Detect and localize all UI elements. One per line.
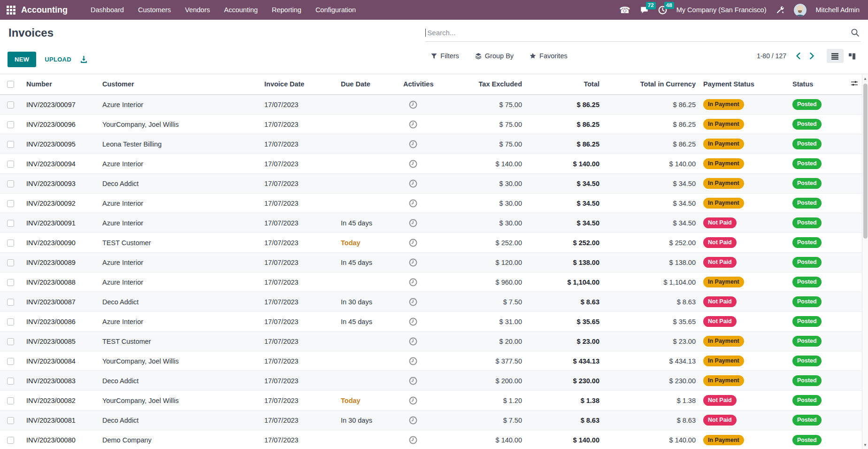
activity-clock-icon[interactable]	[409, 120, 417, 129]
apps-grid-icon[interactable]	[7, 6, 15, 15]
column-header-payment-status[interactable]: Payment Status	[699, 74, 789, 95]
menu-reporting-4[interactable]: Reporting	[265, 0, 308, 20]
tax-excluded-amount: $ 7.50	[439, 292, 526, 312]
activity-clock-icon[interactable]	[409, 416, 417, 425]
user-menu[interactable]: Mitchell Admin	[816, 6, 860, 14]
activity-clock-icon[interactable]	[409, 160, 417, 168]
menu-configuration-5[interactable]: Configuration	[308, 0, 363, 20]
table-row[interactable]: INV/2023/00083Deco Addict17/07/2023 $ 20…	[0, 371, 862, 391]
table-row[interactable]: INV/2023/00085TEST Customer17/07/2023 $ …	[0, 332, 862, 351]
activity-clock-icon[interactable]	[409, 377, 417, 385]
pager-previous-button[interactable]	[793, 52, 804, 60]
row-checkbox[interactable]	[7, 338, 14, 345]
activity-clock-icon[interactable]	[409, 140, 417, 148]
row-checkbox[interactable]	[7, 318, 14, 325]
row-checkbox[interactable]	[7, 259, 14, 266]
menu-vendors-2[interactable]: Vendors	[178, 0, 217, 20]
activity-clock-icon[interactable]	[409, 436, 417, 444]
activity-clock-icon[interactable]	[409, 239, 417, 247]
table-row[interactable]: INV/2023/00090TEST Customer17/07/2023Tod…	[0, 233, 862, 253]
activities-clock-icon[interactable]: 48	[658, 6, 667, 15]
row-checkbox[interactable]	[7, 161, 14, 168]
activity-clock-icon[interactable]	[409, 357, 417, 365]
row-checkbox[interactable]	[7, 180, 14, 187]
row-checkbox[interactable]	[7, 378, 14, 385]
column-header-tax-excluded[interactable]: Tax Excluded	[439, 74, 526, 95]
row-checkbox[interactable]	[7, 121, 14, 128]
activity-clock-icon[interactable]	[409, 101, 417, 109]
table-row[interactable]: INV/2023/00081Deco Addict17/07/2023In 30…	[0, 410, 862, 430]
upload-button[interactable]: UPLOAD	[45, 56, 71, 63]
column-header-number[interactable]: Number	[23, 74, 99, 95]
row-checkbox[interactable]	[7, 358, 14, 365]
row-checkbox[interactable]	[7, 141, 14, 148]
table-row[interactable]: INV/2023/00080Demo Company17/07/2023 $ 1…	[0, 430, 862, 449]
scroll-down-arrow[interactable]: ▼	[862, 441, 868, 448]
table-row[interactable]: INV/2023/00087Deco Addict17/07/2023In 30…	[0, 292, 862, 312]
filters-button[interactable]: Filters	[431, 52, 459, 60]
column-header-activities[interactable]: Activities	[401, 74, 439, 95]
column-header-total[interactable]: Total	[526, 74, 603, 95]
column-header-total-in-currency[interactable]: Total in Currency	[603, 74, 699, 95]
scrollbar-thumb[interactable]	[863, 84, 868, 239]
optional-columns-icon[interactable]	[851, 80, 858, 87]
select-all-checkbox[interactable]	[7, 81, 14, 88]
download-icon[interactable]	[80, 55, 88, 63]
favorites-button[interactable]: Favorites	[530, 52, 568, 60]
table-row[interactable]: INV/2023/00086Azure Interior17/07/2023In…	[0, 312, 862, 332]
table-row[interactable]: INV/2023/00089Azure Interior17/07/2023In…	[0, 253, 862, 272]
table-row[interactable]: INV/2023/00097Azure Interior17/07/2023 $…	[0, 95, 862, 115]
avatar[interactable]	[794, 4, 807, 16]
activity-clock-icon[interactable]	[409, 337, 417, 346]
column-header-status[interactable]: Status	[789, 74, 838, 95]
tools-icon[interactable]	[776, 6, 784, 14]
table-row[interactable]: INV/2023/00088Azure Interior17/07/2023 $…	[0, 272, 862, 292]
list-view-button[interactable]	[827, 49, 844, 63]
activity-clock-icon[interactable]	[409, 317, 417, 326]
table-row[interactable]: INV/2023/00091Azure Interior17/07/2023In…	[0, 213, 862, 233]
search-input[interactable]	[426, 28, 851, 37]
row-checkbox[interactable]	[7, 220, 14, 227]
table-row[interactable]: INV/2023/00094Azure Interior17/07/2023 $…	[0, 154, 862, 174]
group-by-button[interactable]: Group By	[475, 52, 514, 60]
row-checkbox[interactable]	[7, 240, 14, 247]
table-row[interactable]: INV/2023/00082YourCompany, Joel Willis17…	[0, 391, 862, 410]
activity-clock-icon[interactable]	[409, 258, 417, 267]
table-row[interactable]: INV/2023/00096YourCompany, Joel Willis17…	[0, 115, 862, 134]
activity-clock-icon[interactable]	[409, 219, 417, 227]
menu-accounting-3[interactable]: Accounting	[217, 0, 265, 20]
table-row[interactable]: INV/2023/00084YourCompany, Joel Willis17…	[0, 351, 862, 371]
messages-icon[interactable]: 72	[640, 6, 649, 14]
row-checkbox[interactable]	[7, 437, 14, 444]
star-icon	[530, 53, 536, 59]
app-name[interactable]: Accounting	[21, 5, 68, 15]
table-row[interactable]: INV/2023/00093Deco Addict17/07/2023 $ 30…	[0, 174, 862, 194]
menu-customers-1[interactable]: Customers	[131, 0, 178, 20]
company-switcher[interactable]: My Company (San Francisco)	[676, 6, 767, 14]
new-button[interactable]: NEW	[8, 52, 36, 67]
scroll-up-arrow[interactable]: ▲	[862, 75, 868, 82]
column-header-invoice-date[interactable]: Invoice Date	[261, 74, 337, 95]
activity-clock-icon[interactable]	[409, 199, 417, 208]
row-checkbox[interactable]	[7, 417, 14, 424]
menu-dashboard-0[interactable]: Dashboard	[84, 0, 131, 20]
row-checkbox[interactable]	[7, 101, 14, 108]
column-header-customer[interactable]: Customer	[99, 74, 261, 95]
due-date	[337, 134, 401, 154]
table-row[interactable]: INV/2023/00092Azure Interior17/07/2023 $…	[0, 194, 862, 213]
activity-clock-icon[interactable]	[409, 278, 417, 286]
activity-clock-icon[interactable]	[409, 396, 417, 405]
activity-clock-icon[interactable]	[409, 179, 417, 188]
column-header-due-date[interactable]: Due Date	[337, 74, 401, 95]
pager-range[interactable]: 1-80 / 127	[757, 52, 786, 60]
pager-next-button[interactable]	[807, 52, 817, 60]
voip-phone-icon[interactable]: ☎	[619, 6, 630, 15]
search-icon[interactable]	[851, 28, 860, 37]
row-checkbox[interactable]	[7, 397, 14, 404]
row-checkbox[interactable]	[7, 200, 14, 207]
row-checkbox[interactable]	[7, 279, 14, 286]
activity-clock-icon[interactable]	[409, 298, 417, 306]
kanban-view-button[interactable]	[844, 49, 860, 63]
table-row[interactable]: INV/2023/00095Leona Tester Billing17/07/…	[0, 134, 862, 154]
row-checkbox[interactable]	[7, 299, 14, 306]
